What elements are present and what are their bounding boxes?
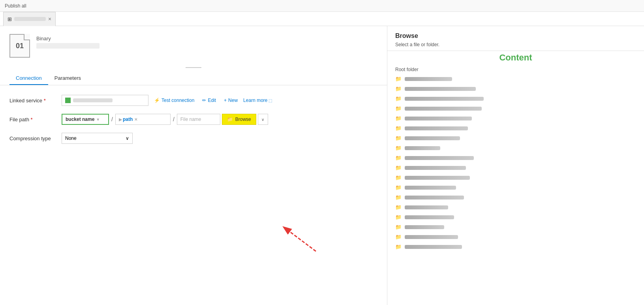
folder-icon: 📁 bbox=[395, 185, 402, 190]
file-path-chevron[interactable]: ∨ bbox=[258, 114, 268, 125]
folder-item-label bbox=[405, 235, 458, 239]
test-connection-icon: ⚡ bbox=[154, 98, 160, 103]
folder-item[interactable]: 📁 bbox=[387, 104, 644, 113]
folder-item-label bbox=[405, 146, 440, 150]
folder-icon: 📁 bbox=[395, 86, 402, 92]
folder-icon: 📁 bbox=[395, 204, 402, 210]
folder-icon: 📁 bbox=[395, 214, 402, 220]
edit-icon: ✏ bbox=[202, 98, 206, 103]
folder-item[interactable]: 📁 bbox=[387, 74, 644, 84]
folder-item[interactable]: 📁 bbox=[387, 173, 644, 183]
linked-service-value bbox=[73, 98, 113, 102]
folder-icon: 📁 bbox=[395, 125, 402, 131]
folder-item[interactable]: 📁 bbox=[387, 183, 644, 192]
folder-item[interactable]: 📁 bbox=[387, 94, 644, 104]
folder-icon: 📁 bbox=[395, 194, 402, 200]
path-sep-2: / bbox=[172, 116, 175, 122]
grid-icon: ⊞ bbox=[8, 16, 12, 22]
svg-line-1 bbox=[284, 228, 316, 251]
folder-icon: 📁 bbox=[395, 96, 402, 102]
plus-icon: + bbox=[224, 98, 227, 103]
folder-item-label bbox=[405, 245, 462, 249]
file-path-label: File path * bbox=[9, 117, 57, 122]
path-input[interactable]: ▶ path ✕ bbox=[115, 114, 171, 125]
folder-item[interactable]: 📁 bbox=[387, 113, 644, 123]
folder-item-label bbox=[405, 196, 464, 200]
dataset-name bbox=[36, 43, 100, 49]
left-panel: 01 Binary Connection Parameters bbox=[0, 26, 387, 305]
folder-icon: 📁 bbox=[227, 117, 233, 122]
folder-item-label bbox=[405, 225, 444, 229]
test-connection-button[interactable]: ⚡ Test connection bbox=[152, 96, 197, 104]
compression-row: Compression type None ∨ bbox=[9, 133, 377, 144]
folder-item-label bbox=[405, 136, 460, 140]
folder-item-label bbox=[405, 166, 466, 170]
folder-item[interactable]: 📁 bbox=[387, 212, 644, 222]
folder-item-label bbox=[405, 117, 472, 120]
folder-item[interactable]: 📁 bbox=[387, 242, 644, 252]
new-button[interactable]: + New bbox=[222, 96, 240, 104]
filename-input[interactable]: File name bbox=[177, 114, 220, 125]
folder-item-label bbox=[405, 176, 470, 180]
folder-icon: 📁 bbox=[395, 135, 402, 141]
folder-item[interactable]: 📁 bbox=[387, 232, 644, 242]
section-tabs: Connection Parameters bbox=[0, 71, 387, 85]
folder-item-label bbox=[405, 156, 474, 160]
folder-item[interactable]: 📁 bbox=[387, 202, 644, 212]
folder-item[interactable]: 📁 bbox=[387, 123, 644, 133]
folder-item[interactable]: 📁 bbox=[387, 84, 644, 94]
folder-item[interactable]: 📁 bbox=[387, 222, 644, 232]
tab-item[interactable]: ⊞ × bbox=[3, 12, 56, 26]
folder-item[interactable]: 📁 bbox=[387, 192, 644, 202]
root-folder-label: Root folder bbox=[387, 64, 644, 74]
folder-item-label bbox=[405, 107, 482, 111]
browse-panel-subtitle: Select a file or folder. bbox=[395, 42, 636, 47]
file-path-required: * bbox=[31, 117, 33, 122]
folder-item[interactable]: 📁 bbox=[387, 143, 644, 153]
folder-item-label bbox=[405, 126, 468, 130]
learn-more-button[interactable]: Learn more ⬚ bbox=[243, 98, 272, 103]
red-arrow-annotation bbox=[276, 220, 336, 259]
resize-handle[interactable] bbox=[186, 67, 201, 68]
folder-icon: 📁 bbox=[395, 224, 402, 230]
content-label: Content bbox=[387, 51, 644, 64]
close-icon[interactable]: × bbox=[48, 16, 51, 22]
linked-service-label: Linked service * bbox=[9, 98, 57, 104]
aws-s3-icon bbox=[65, 98, 71, 103]
compression-select[interactable]: None ∨ bbox=[62, 133, 133, 144]
linked-service-input[interactable] bbox=[62, 95, 148, 106]
folder-icon: 📁 bbox=[395, 175, 402, 181]
folder-icon: 📁 bbox=[395, 155, 402, 161]
folder-icon: 📁 bbox=[395, 115, 402, 121]
dataset-header: 01 Binary bbox=[0, 26, 387, 66]
publish-label: Publish all bbox=[5, 3, 26, 9]
bucket-name-input[interactable]: bucket name ▼ bbox=[62, 114, 109, 125]
folder-icon: 📁 bbox=[395, 105, 402, 111]
tab-parameters[interactable]: Parameters bbox=[48, 71, 87, 85]
folder-item-label bbox=[405, 77, 452, 81]
folder-item[interactable]: 📁 bbox=[387, 133, 644, 143]
folder-item-label bbox=[405, 205, 448, 209]
folder-item[interactable]: 📁 bbox=[387, 153, 644, 163]
folder-icon: 📁 bbox=[395, 165, 402, 171]
folder-item[interactable]: 📁 bbox=[387, 163, 644, 173]
tab-connection[interactable]: Connection bbox=[9, 71, 48, 85]
browse-header: Browse Select a file or folder. bbox=[387, 26, 644, 51]
compression-label: Compression type bbox=[9, 136, 57, 141]
file-path-row: File path * bucket name ▼ / ▶ path ✕ / bbox=[9, 114, 377, 125]
folder-item-label bbox=[405, 87, 476, 91]
tab-bar: ⊞ × bbox=[0, 12, 644, 26]
linked-service-control: ⚡ Test connection ✏ Edit + New Learn mor… bbox=[62, 95, 272, 106]
browse-button[interactable]: 📁 Browse bbox=[222, 114, 256, 125]
folder-icon: 📁 bbox=[395, 76, 402, 82]
folder-item-label bbox=[405, 97, 484, 101]
file-path-control: bucket name ▼ / ▶ path ✕ / File name 📁 bbox=[62, 114, 268, 125]
edit-button[interactable]: ✏ Edit bbox=[200, 96, 218, 104]
linked-service-required: * bbox=[44, 98, 46, 104]
dataset-icon-text: 01 bbox=[16, 42, 24, 50]
folder-icon: 📁 bbox=[395, 145, 402, 151]
dataset-icon: 01 bbox=[9, 34, 30, 58]
folder-icon: 📁 bbox=[395, 244, 402, 250]
external-link-icon: ⬚ bbox=[268, 98, 272, 103]
linked-service-row: Linked service * ⚡ Test connection ✏ Edi… bbox=[9, 95, 377, 106]
